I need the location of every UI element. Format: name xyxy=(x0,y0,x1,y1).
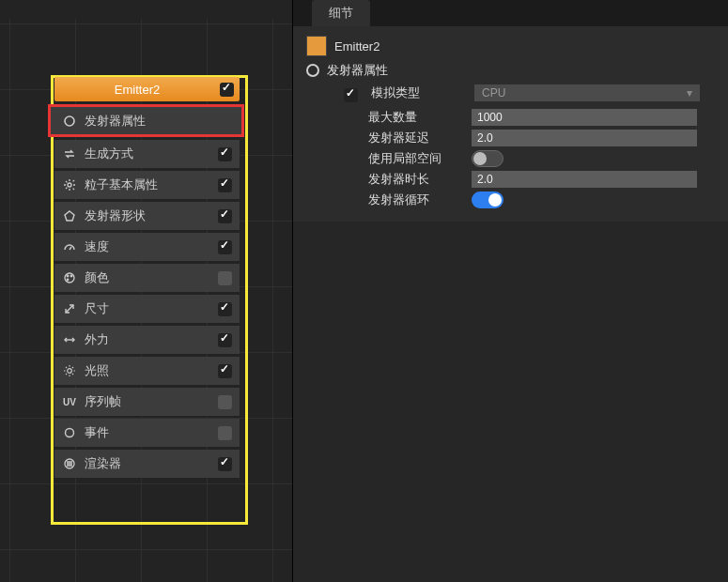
duration-field[interactable]: 2.0 xyxy=(472,171,697,188)
loop-toggle[interactable] xyxy=(472,191,503,208)
svg-point-5 xyxy=(70,275,72,277)
svg-marker-2 xyxy=(65,211,74,221)
prop-label: 使用局部空间 xyxy=(368,150,472,167)
emitter-title: Emitter2 xyxy=(54,83,220,97)
module-label: 粒子基本属性 xyxy=(85,176,218,193)
svg-point-4 xyxy=(67,275,69,277)
tab-details[interactable]: 细节 xyxy=(312,0,370,26)
emitter-header[interactable]: Emitter2 xyxy=(54,77,240,101)
sim-type-dropdown[interactable]: CPU ▾ xyxy=(474,84,700,101)
module-label: 发射器形状 xyxy=(85,207,218,224)
module-row[interactable]: 速度 xyxy=(54,233,240,261)
svg-point-1 xyxy=(68,183,71,187)
prop-label: 模拟类型 xyxy=(371,84,474,101)
tab-bar: 细节 xyxy=(293,0,728,26)
module-row[interactable]: 颜色 xyxy=(54,264,240,292)
object-row: Emitter2 xyxy=(306,36,715,56)
spark-icon xyxy=(62,177,77,192)
resize-icon xyxy=(62,301,77,316)
module-row[interactable]: 粒子基本属性 xyxy=(54,171,240,199)
module-row[interactable]: 发射器属性 xyxy=(48,104,244,137)
module-label: 事件 xyxy=(85,424,218,441)
module-checkbox[interactable] xyxy=(218,240,232,254)
module-checkbox[interactable] xyxy=(218,395,232,409)
local-space-toggle[interactable] xyxy=(472,150,503,167)
render-icon xyxy=(62,456,77,471)
svg-point-3 xyxy=(65,273,74,283)
svg-point-7 xyxy=(68,369,72,374)
module-label: 序列帧 xyxy=(85,393,218,410)
module-row[interactable]: 发射器形状 xyxy=(54,202,240,230)
svg-point-0 xyxy=(65,116,74,126)
gauge-icon xyxy=(62,239,77,254)
pentagon-icon xyxy=(62,208,77,223)
module-row[interactable]: 生成方式 xyxy=(54,140,240,168)
module-label: 尺寸 xyxy=(85,300,218,317)
section-title: 发射器属性 xyxy=(327,62,388,79)
module-checkbox[interactable] xyxy=(218,302,232,316)
module-checkbox[interactable] xyxy=(218,364,232,378)
module-label: 渲染器 xyxy=(85,455,218,472)
section-row: 发射器属性 xyxy=(306,62,715,79)
event-icon xyxy=(62,425,77,440)
palette-icon xyxy=(62,270,77,285)
module-row[interactable]: UV序列帧 xyxy=(54,388,240,416)
module-label: 发射器属性 xyxy=(85,113,234,130)
module-label: 速度 xyxy=(85,238,218,255)
module-checkbox[interactable] xyxy=(218,209,232,223)
delay-field[interactable]: 2.0 xyxy=(472,130,697,146)
emitter-enable-checkbox[interactable] xyxy=(220,83,234,97)
section-enable-checkbox[interactable] xyxy=(344,88,358,102)
sun-icon xyxy=(62,363,77,378)
uv-icon: UV xyxy=(62,394,77,409)
right-panel: 细节 Emitter2 发射器属性 模拟类型 CPU ▾ xyxy=(293,0,728,582)
circle-icon xyxy=(62,114,77,129)
module-checkbox[interactable] xyxy=(218,178,232,192)
prop-label: 发射器时长 xyxy=(368,171,472,188)
module-row[interactable]: 事件 xyxy=(54,419,240,447)
module-list: 发射器属性生成方式粒子基本属性发射器形状速度颜色尺寸外力光照UV序列帧事件渲染器 xyxy=(54,106,240,481)
details-body: Emitter2 发射器属性 模拟类型 CPU ▾ xyxy=(293,26,728,222)
arrows-icon xyxy=(62,332,77,347)
svg-point-8 xyxy=(66,429,74,437)
module-row[interactable]: 外力 xyxy=(54,326,240,354)
chevron-down-icon: ▾ xyxy=(687,84,692,101)
module-row[interactable]: 尺寸 xyxy=(54,295,240,323)
swap-icon xyxy=(62,146,77,161)
object-color-swatch[interactable] xyxy=(306,36,327,56)
module-label: 光照 xyxy=(85,362,218,379)
module-checkbox[interactable] xyxy=(218,426,232,440)
object-name: Emitter2 xyxy=(334,39,379,54)
module-checkbox[interactable] xyxy=(218,333,232,347)
properties-group: 模拟类型 CPU ▾ 最大数量 1000 发射器延迟 2.0 xyxy=(344,84,715,208)
svg-point-6 xyxy=(67,279,69,281)
left-panel: Emitter2 发射器属性生成方式粒子基本属性发射器形状速度颜色尺寸外力光照U… xyxy=(0,0,293,582)
module-label: 颜色 xyxy=(85,269,218,286)
module-row[interactable]: 渲染器 xyxy=(54,450,240,478)
module-checkbox[interactable] xyxy=(218,147,232,161)
module-checkbox[interactable] xyxy=(218,457,232,471)
prop-label: 最大数量 xyxy=(368,109,472,126)
module-checkbox[interactable] xyxy=(218,271,232,285)
prop-label: 发射器延迟 xyxy=(368,130,472,146)
module-label: 生成方式 xyxy=(85,146,218,162)
module-label: 外力 xyxy=(85,331,218,348)
circle-icon xyxy=(306,64,319,77)
module-row[interactable]: 光照 xyxy=(54,357,240,385)
prop-label: 发射器循环 xyxy=(368,191,472,208)
max-count-field[interactable]: 1000 xyxy=(472,109,697,126)
